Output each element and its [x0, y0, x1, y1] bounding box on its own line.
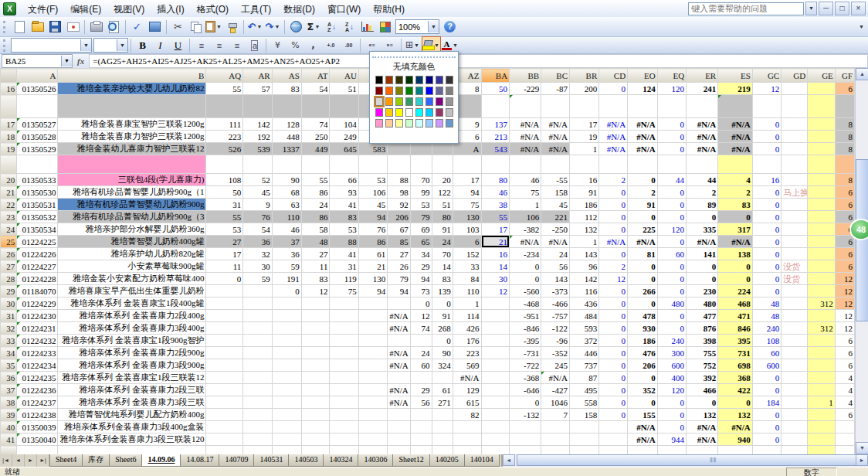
cell-AQ30[interactable]	[206, 298, 243, 310]
cell-BA-band[interactable]	[481, 95, 510, 118]
cell-B38[interactable]: 雅培亲体系列 金装喜康力3段三联	[58, 396, 206, 409]
cell-AQ31[interactable]	[206, 310, 243, 322]
cell-GD31[interactable]	[782, 310, 808, 322]
cell-EO28[interactable]: 0	[628, 273, 658, 285]
cell-AX24[interactable]: 69	[410, 223, 432, 236]
cell-BC38[interactable]: 1046	[541, 396, 570, 409]
cell-AV23[interactable]: 94	[358, 211, 387, 223]
cell-GC35[interactable]: 600	[752, 359, 781, 372]
cell-BC30[interactable]: -466	[541, 298, 570, 310]
cell-BC17[interactable]: #N/A	[541, 118, 570, 131]
cell-GC37[interactable]: 0	[752, 384, 781, 396]
cell-BR36[interactable]: 87	[570, 372, 599, 384]
help-button[interactable]: ?	[441, 18, 459, 36]
cell-BC20[interactable]: -55	[541, 174, 570, 186]
cell-AR30[interactable]	[243, 298, 272, 310]
cell-ER26[interactable]: 141	[687, 248, 718, 260]
cell-AX23[interactable]: 79	[410, 211, 432, 223]
scroll-up-icon[interactable]: ▲	[856, 68, 868, 80]
cell-AT25[interactable]: 48	[301, 236, 330, 248]
cell-GE-band[interactable]	[808, 155, 836, 174]
cell-EO35[interactable]: 206	[628, 359, 658, 372]
cell-EQ19[interactable]: 0	[657, 143, 686, 155]
cell-BR29[interactable]: 116	[570, 285, 599, 298]
hyperlink-button[interactable]	[287, 18, 305, 36]
cell-AQ28[interactable]: 0	[206, 273, 243, 285]
cell-BC23[interactable]: 221	[541, 211, 570, 223]
cell-GF-band[interactable]	[835, 155, 854, 174]
cell-AT41[interactable]	[301, 434, 330, 446]
cell-AS21[interactable]: 68	[272, 186, 301, 199]
cell-AR-band[interactable]	[243, 155, 272, 174]
research-button[interactable]	[146, 18, 164, 36]
toolbar-options-icon[interactable]: ▼	[858, 24, 865, 29]
cell-GF23[interactable]: 6	[835, 211, 854, 223]
cell-GC18[interactable]: 0	[752, 131, 781, 143]
close-button[interactable]: ×	[851, 2, 866, 15]
redo-button[interactable]: ↷▼	[264, 18, 282, 36]
column-header-ES[interactable]: ES	[718, 69, 753, 83]
row-header-38[interactable]: 38	[1, 396, 17, 409]
cell-AR39[interactable]	[243, 409, 272, 421]
cell-ES-band[interactable]	[718, 155, 753, 174]
cell-AZ31[interactable]: 114	[453, 310, 481, 322]
cell-BB-band[interactable]	[510, 446, 541, 455]
cell-AZ24[interactable]: 103	[453, 223, 481, 236]
help-input[interactable]: 键入需要帮助的问题	[688, 2, 804, 15]
color-swatch-1-7[interactable]	[446, 87, 453, 95]
cell-AV19[interactable]: 583	[358, 143, 387, 155]
cell-B40[interactable]: 雅培亲体系列金装喜康力3段400g盒装	[58, 421, 206, 434]
decrease-decimal-button[interactable]: .00	[340, 36, 358, 54]
cell-AQ39[interactable]	[206, 409, 243, 421]
color-swatch-2-2[interactable]	[395, 97, 403, 106]
horizontal-scroll-thumb[interactable]	[517, 454, 868, 466]
color-swatch-3-3[interactable]	[405, 108, 413, 117]
cell-AZ27[interactable]: 33	[453, 260, 481, 273]
cell-EO-band[interactable]	[628, 155, 658, 174]
cell-ES28[interactable]: 0	[718, 273, 753, 285]
cell-BB39[interactable]: -132	[510, 409, 541, 421]
cell-AQ24[interactable]: 53	[206, 223, 243, 236]
sheet-tab-Sheet12[interactable]: Sheet12	[392, 454, 429, 467]
cell-AT30[interactable]	[301, 298, 330, 310]
cell-GC32[interactable]: 240	[752, 322, 781, 335]
cell-GC40[interactable]: 0	[752, 421, 781, 434]
cell-BB38[interactable]: 0	[510, 396, 541, 409]
cell-BA39[interactable]	[481, 409, 510, 421]
cell-AY27[interactable]: 14	[432, 260, 453, 273]
cell-AY41[interactable]	[432, 434, 453, 446]
cell-A19[interactable]: 01350529	[17, 143, 58, 155]
cell-GD28[interactable]: 没货	[782, 273, 808, 285]
cell-AS26[interactable]: 36	[272, 248, 301, 260]
cell-GF20[interactable]: 8	[835, 174, 854, 186]
cell-BA34[interactable]	[481, 347, 510, 359]
cell-AZ-band[interactable]	[453, 155, 481, 174]
cell-A23[interactable]: 01350532	[17, 211, 58, 223]
cell-AT-band[interactable]	[301, 446, 330, 455]
cell-EQ38[interactable]: 0	[657, 396, 686, 409]
cell-BA35[interactable]	[481, 359, 510, 372]
cell-BC26[interactable]: 24	[541, 248, 570, 260]
toolbar-grip[interactable]	[3, 21, 8, 33]
cell-A27[interactable]: 01224227	[17, 260, 58, 273]
cell-ES27[interactable]: 0	[718, 260, 753, 273]
cell-AW24[interactable]: 67	[388, 223, 410, 236]
cell-GE-band[interactable]	[808, 446, 836, 455]
cell-AY35[interactable]: 324	[432, 359, 453, 372]
cell-GC38[interactable]: 184	[752, 396, 781, 409]
cell-A34[interactable]: 01224233	[17, 347, 58, 359]
cell-EO39[interactable]: 155	[628, 409, 658, 421]
cell-B36[interactable]: 雅培亲体系列 金装喜康宝1段三联装12	[58, 372, 206, 384]
cell-ER31[interactable]: 477	[687, 310, 718, 322]
cell-A17[interactable]: 01350527	[17, 118, 58, 131]
cell-EO21[interactable]: 2	[628, 186, 658, 199]
cell-AT32[interactable]	[301, 322, 330, 335]
cell-GE24[interactable]	[808, 223, 836, 236]
cell-AQ40[interactable]	[206, 421, 243, 434]
cell-AZ-band[interactable]	[453, 446, 481, 455]
cell-AR20[interactable]: 52	[243, 174, 272, 186]
cell-BB32[interactable]: -846	[510, 322, 541, 335]
cell-AR19[interactable]: 539	[243, 143, 272, 155]
cell-AV30[interactable]	[358, 298, 387, 310]
cell-ES35[interactable]: 698	[718, 359, 753, 372]
